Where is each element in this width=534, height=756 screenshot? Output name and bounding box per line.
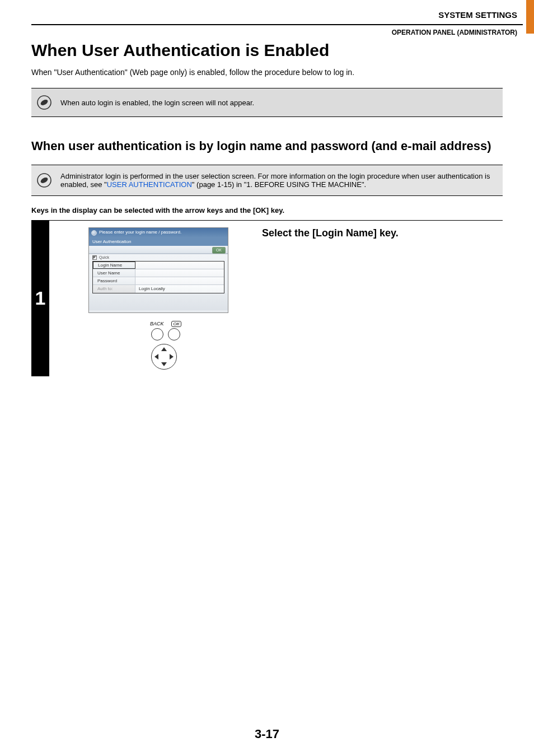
fields-box: Login Name User Name Password bbox=[92, 261, 224, 293]
step-instruction: Select the [Login Name] key. bbox=[262, 227, 497, 239]
user-authentication-link[interactable]: USER AUTHENTICATION bbox=[107, 180, 192, 189]
note-auto-login-text: When auto login is enabled, the login sc… bbox=[60, 99, 254, 107]
step-1-row: 1 Please enter your login name / passwor… bbox=[31, 220, 503, 376]
arrow-down-icon[interactable] bbox=[161, 362, 167, 366]
arrow-right-icon[interactable] bbox=[170, 354, 174, 360]
user-name-key[interactable]: User Name bbox=[93, 269, 135, 277]
page-title: When User Authentication is Enabled bbox=[31, 41, 503, 60]
login-screen-mock: Please enter your login name / password.… bbox=[88, 227, 228, 313]
note-admin-login-text: Administrator login is performed in the … bbox=[60, 172, 497, 189]
step-number: 1 bbox=[31, 221, 49, 376]
quick-row[interactable]: Quick bbox=[89, 254, 228, 261]
section-title: When user authentication is by login nam… bbox=[31, 138, 503, 155]
note-auto-login: When auto login is enabled, the login sc… bbox=[31, 88, 503, 117]
note2-post: " (page 1-15) in "1. BEFORE USING THE MA… bbox=[192, 180, 366, 189]
screen-toolbar: OK bbox=[89, 246, 228, 254]
operation-panel-heading: OPERATION PANEL (ADMINISTRATOR) bbox=[31, 25, 523, 36]
system-settings-heading: SYSTEM SETTINGS bbox=[31, 10, 523, 24]
screen-ok-button[interactable]: OK bbox=[212, 247, 226, 254]
back-label: BACK bbox=[150, 321, 164, 327]
login-name-key[interactable]: Login Name bbox=[93, 262, 135, 269]
screen-prompt-text: Please enter your login name / password. bbox=[99, 230, 181, 235]
arrow-up-icon[interactable] bbox=[161, 347, 167, 351]
svg-point-1 bbox=[40, 99, 49, 106]
back-button[interactable] bbox=[151, 328, 163, 340]
ok-button[interactable] bbox=[168, 328, 180, 340]
ok-label: OK bbox=[171, 321, 181, 327]
password-value[interactable] bbox=[135, 277, 224, 284]
auth-to-key: Auth to: bbox=[93, 285, 135, 293]
note-icon bbox=[37, 173, 51, 188]
screen-prompt-bar: Please enter your login name / password. bbox=[89, 228, 228, 237]
keys-instruction: Keys in the display can be selected with… bbox=[31, 206, 503, 214]
screen-title: User Authentication bbox=[89, 237, 228, 246]
note-admin-login: Administrator login is performed in the … bbox=[31, 165, 503, 196]
note-icon bbox=[37, 95, 51, 110]
user-name-value[interactable] bbox=[135, 269, 224, 277]
auth-to-value: Login Locally bbox=[135, 285, 224, 293]
dpad[interactable] bbox=[151, 344, 177, 370]
screen-padding bbox=[89, 293, 228, 310]
info-icon bbox=[91, 230, 97, 236]
password-key[interactable]: Password bbox=[93, 277, 135, 284]
svg-point-3 bbox=[40, 176, 49, 184]
arrow-left-icon[interactable] bbox=[154, 354, 158, 360]
page-number: 3-17 bbox=[0, 727, 534, 741]
login-name-value[interactable] bbox=[135, 262, 224, 269]
header-accent-bar bbox=[526, 0, 534, 34]
hardware-controls: BACK OK bbox=[88, 321, 240, 370]
intro-text: When "User Authentication" (Web page onl… bbox=[31, 68, 503, 77]
